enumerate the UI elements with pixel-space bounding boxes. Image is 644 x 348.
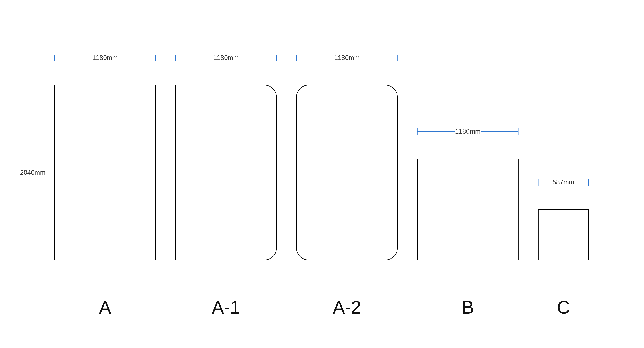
diagram-svg: 1180mmA1180mmA-11180mmA-21180mmB587mmC20… [0,0,644,348]
diagram-canvas: 1180mmA1180mmA-11180mmA-21180mmB587mmC20… [0,0,644,348]
panel-label-a-2: A-2 [333,297,361,317]
panel-label-a: A [99,297,111,317]
panel-label-b: B [462,297,474,317]
panel-a-2 [296,85,398,260]
panel-label-c: C [557,297,570,317]
panel-c [538,210,588,260]
panel-a [54,85,156,260]
dim-width-a-1-label: 1180mm [213,54,239,61]
dim-width-a-2-label: 1180mm [334,54,360,61]
panel-a-1 [176,85,276,260]
dim-width-b-label: 1180mm [455,128,480,135]
dim-width-a-label: 1180mm [92,54,118,61]
dim-height-label: 2040mm [20,169,46,176]
panel-b [418,159,518,260]
dim-width-c-label: 587mm [552,179,574,186]
panel-label-a-1: A-1 [212,297,240,317]
